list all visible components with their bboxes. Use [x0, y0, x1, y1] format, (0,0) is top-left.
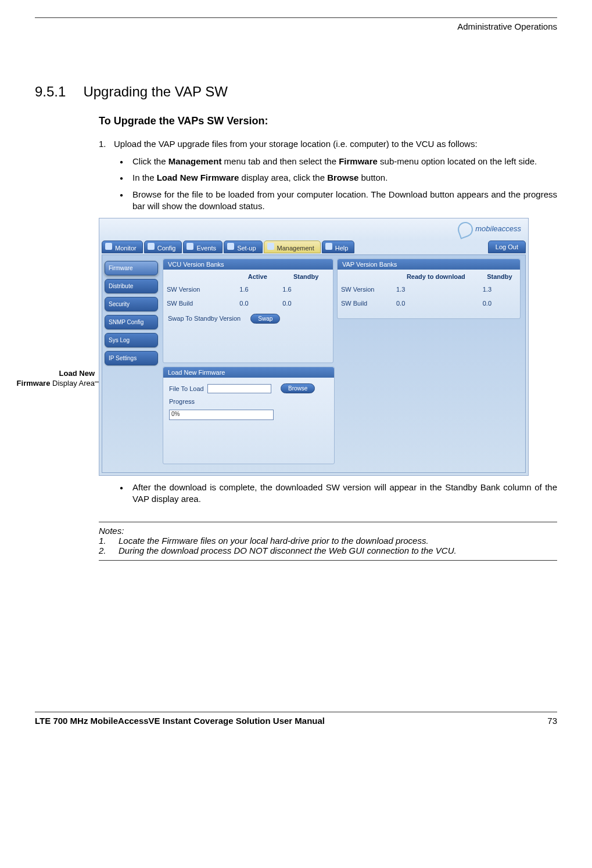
tab-config[interactable]: Config — [144, 241, 182, 253]
swap-label: Swap To Standby Version — [168, 315, 241, 322]
progress-bar: 0% — [169, 410, 274, 420]
progress-label: Progress — [169, 398, 207, 405]
sidebar-item-distribute[interactable]: Distribute — [105, 279, 158, 293]
section-title: Upgrading the VAP SW — [83, 84, 228, 100]
notes-box: Notes: 1.Locate the Firmware files on yo… — [99, 522, 557, 561]
file-to-load-input[interactable] — [207, 384, 271, 393]
notes-heading: Notes: — [99, 526, 557, 536]
config-icon — [148, 243, 155, 250]
sidebar-item-syslog[interactable]: Sys Log — [105, 333, 158, 347]
browse-button[interactable]: Browse — [281, 383, 315, 393]
bullet-item: Click the Management menu tab and then s… — [119, 156, 557, 167]
figure-callout: Load New Firmware Display Area — [9, 369, 95, 389]
section-number: 9.5.1 — [35, 84, 66, 100]
sidebar-item-security[interactable]: Security — [105, 297, 158, 311]
logout-button[interactable]: Log Out — [488, 241, 526, 253]
management-icon — [267, 243, 274, 250]
vcu-version-banks-panel: VCU Version Banks ActiveStandby SW Versi… — [163, 259, 333, 363]
swap-button[interactable]: Swap — [250, 314, 280, 324]
bullet-item: In the Load New Firmware display area, c… — [119, 172, 557, 184]
sub-heading: To Upgrade the VAPs SW Version: — [99, 115, 557, 127]
footer-title: LTE 700 MHz MobileAccessVE Instant Cover… — [35, 716, 325, 726]
tab-management[interactable]: Management — [264, 241, 321, 253]
file-to-load-label: File To Load — [169, 385, 207, 392]
tab-setup[interactable]: Set-up — [224, 241, 262, 253]
screenshot-app-window: mobileaccess Monitor Config Events Set-u… — [99, 218, 529, 476]
vap-version-banks-panel: VAP Version Banks Ready to downloadStand… — [337, 259, 521, 319]
bullet-item: Browse for the file to be loaded from yo… — [119, 189, 557, 213]
sidebar-item-firmware[interactable]: Firmware — [105, 261, 158, 275]
sidebar: Firmware Distribute Security SNMP Config… — [105, 261, 158, 369]
bullet-item: After the download is complete, the down… — [119, 482, 557, 505]
setup-icon — [227, 243, 234, 250]
load-new-firmware-panel: Load New Firmware File To Load Browse Pr… — [163, 367, 335, 464]
sidebar-item-snmp[interactable]: SNMP Config — [105, 315, 158, 329]
tab-events[interactable]: Events — [183, 241, 223, 253]
tab-bar: Monitor Config Events Set-up Management … — [102, 241, 526, 254]
sidebar-item-ip[interactable]: IP Settings — [105, 351, 158, 365]
panel-header: VAP Version Banks — [338, 259, 520, 270]
step-text: Upload the VAP upgrade files from your s… — [114, 139, 557, 149]
monitor-icon — [105, 243, 112, 250]
brand-logo: mobileaccess — [458, 222, 521, 237]
tab-monitor[interactable]: Monitor — [102, 241, 143, 253]
running-header: Administrative Operations — [35, 21, 557, 31]
events-icon — [186, 243, 193, 250]
panel-header: VCU Version Banks — [163, 259, 333, 270]
help-icon — [325, 243, 332, 250]
step-number: 1. — [99, 139, 114, 149]
panel-header: Load New Firmware — [163, 367, 334, 378]
page-number: 73 — [547, 716, 557, 726]
tab-help[interactable]: Help — [322, 241, 355, 253]
